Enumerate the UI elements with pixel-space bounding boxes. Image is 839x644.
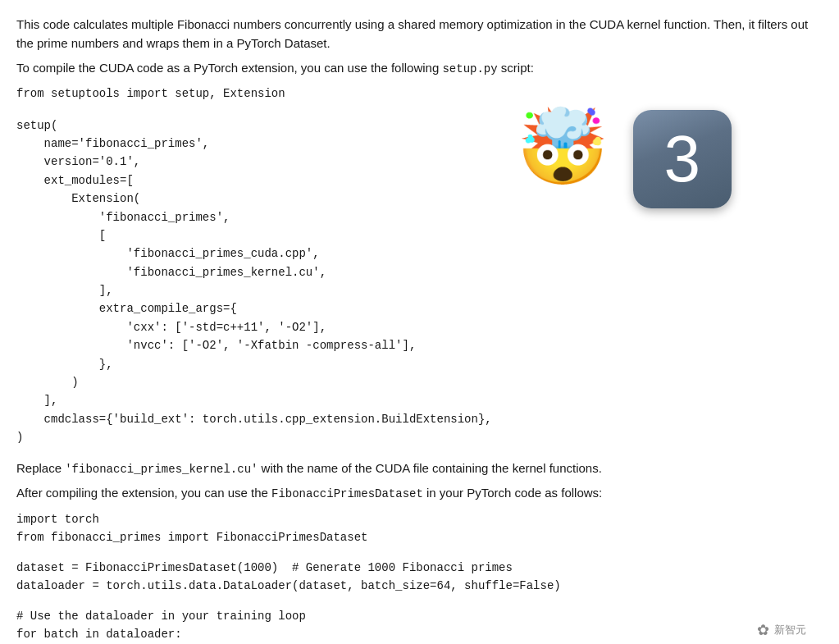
watermark: ✿ 新智元 [757, 621, 806, 639]
code-block-4: dataset = FibonacciPrimesDataset(1000) #… [16, 559, 823, 596]
replace-code: 'fibonacci_primes_kernel.cu' [65, 463, 258, 476]
code-block-2: setup( name='fibonacci_primes', version=… [16, 110, 492, 454]
setup-code: setup( name='fibonacci_primes', version=… [16, 116, 492, 447]
number-badge: 3 [633, 110, 732, 208]
intro-para2-code: setup.py [442, 62, 497, 75]
watermark-text: 新智元 [774, 623, 806, 637]
code-block-1: from setuptools import setup, Extension [16, 84, 823, 103]
explosion-emoji: 🤯 [517, 110, 609, 184]
number-badge-value: 3 [663, 121, 700, 197]
intro-para1: This code calculates multiple Fibonacci … [16, 15, 823, 53]
replace-note: Replace 'fibonacci_primes_kernel.cu' wit… [16, 459, 823, 479]
intro-para2-prefix: To compile the CUDA code as a PyTorch ex… [16, 61, 442, 75]
after-compile-note: After compiling the extension, you can u… [16, 483, 823, 504]
code-block-5: # Use the dataloader in your training lo… [16, 607, 823, 644]
content-area: This code calculates multiple Fibonacci … [16, 15, 823, 644]
code-block-3: import torch from fibonacci_primes impor… [16, 510, 823, 547]
after-compile-suffix: in your PyTorch code as follows: [423, 486, 602, 500]
intro-para2-suffix: script: [498, 61, 534, 75]
after-compile-code: FibonacciPrimesDataset [271, 487, 423, 500]
after-compile-prefix: After compiling the extension, you can u… [16, 486, 271, 500]
watermark-icon: ✿ [757, 621, 769, 639]
setup-block-area: setup( name='fibonacci_primes', version=… [16, 110, 823, 454]
replace-suffix: with the name of the CUDA file containin… [258, 461, 601, 475]
page-wrapper: This code calculates multiple Fibonacci … [16, 15, 823, 644]
replace-prefix: Replace [16, 461, 65, 475]
emoji-area: 🤯 3 [517, 110, 732, 208]
intro-para2: To compile the CUDA code as a PyTorch ex… [16, 58, 823, 79]
